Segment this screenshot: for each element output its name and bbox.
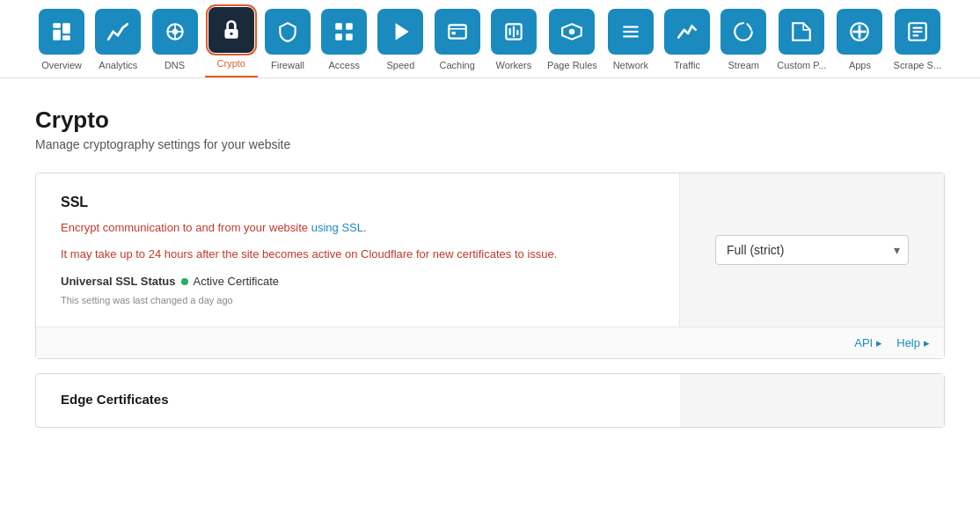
edge-certificates-card: Edge Certificates <box>35 373 945 428</box>
help-arrow-icon: ▸ <box>924 336 930 349</box>
firewall-label: Firewall <box>271 60 304 70</box>
stream-icon-box <box>720 9 766 55</box>
network-icon-box <box>608 9 654 55</box>
nav-item-analytics[interactable]: Analytics <box>91 9 144 77</box>
ssl-status-row: Universal SSL Status Active Certificate <box>61 275 655 288</box>
ssl-title: SSL <box>61 195 655 210</box>
nav-item-custompages[interactable]: Custom P... <box>773 9 830 77</box>
ssl-mode-select[interactable]: Off Flexible Full Full (strict) <box>715 235 909 265</box>
ssl-card-footer: API ▸ Help ▸ <box>36 327 944 358</box>
caching-label: Caching <box>439 60 474 70</box>
crypto-icon-box <box>208 7 254 53</box>
svg-rect-3 <box>62 35 70 40</box>
scrape-label: Scrape S... <box>894 60 941 70</box>
stream-label: Stream <box>728 60 759 70</box>
analytics-label: Analytics <box>99 60 137 70</box>
nav-item-stream[interactable]: Stream <box>717 9 770 77</box>
firewall-icon-box <box>265 9 311 55</box>
nav-item-apps[interactable]: Apps <box>833 9 886 77</box>
nav-item-access[interactable]: Access <box>318 9 370 77</box>
ssl-status-dot <box>181 278 188 285</box>
traffic-icon-box <box>664 9 710 55</box>
ssl-status-value: Active Certificate <box>194 275 280 288</box>
nav-item-overview[interactable]: Overview <box>35 9 88 77</box>
nav-item-network[interactable]: Network <box>604 9 657 77</box>
top-navigation: Overview Analytics DNS Crypto Firewall A… <box>0 0 980 78</box>
svg-rect-2 <box>62 23 70 33</box>
edge-cert-left: Edge Certificates <box>36 374 680 427</box>
ssl-link[interactable]: using SSL <box>311 221 363 234</box>
access-icon-box <box>321 9 367 55</box>
speed-icon-box <box>377 9 423 55</box>
ssl-desc-suffix: . <box>363 221 367 234</box>
analytics-icon-box <box>95 9 141 55</box>
nav-item-firewall[interactable]: Firewall <box>261 9 314 77</box>
ssl-dropdown-wrapper[interactable]: Off Flexible Full Full (strict) ▾ <box>715 235 909 265</box>
nav-item-speed[interactable]: Speed <box>374 9 427 77</box>
ssl-help-link[interactable]: Help ▸ <box>896 336 930 349</box>
svg-rect-11 <box>346 23 353 30</box>
nav-item-scrape[interactable]: Scrape S... <box>890 9 945 77</box>
traffic-label: Traffic <box>674 60 700 70</box>
caching-icon-box <box>435 9 480 55</box>
nav-item-traffic[interactable]: Traffic <box>661 9 713 77</box>
nav-item-caching[interactable]: Caching <box>431 9 484 77</box>
custompages-icon-box <box>779 9 824 55</box>
workers-icon-box <box>491 9 537 55</box>
api-arrow-icon: ▸ <box>876 336 882 349</box>
edge-cert-title: Edge Certificates <box>61 392 655 407</box>
crypto-label: Crypto <box>217 58 245 69</box>
ssl-status-label: Universal SSL Status <box>61 275 176 288</box>
edge-cert-right <box>680 374 944 427</box>
custompages-label: Custom P... <box>777 60 826 70</box>
ssl-warning: It may take up to 24 hours after the sit… <box>61 246 655 263</box>
apps-label: Apps <box>849 60 871 70</box>
nav-item-workers[interactable]: Workers <box>487 9 540 77</box>
svg-rect-1 <box>53 30 61 40</box>
ssl-timestamp: This setting was last changed a day ago <box>61 295 655 305</box>
ssl-card-right: Off Flexible Full Full (strict) ▾ <box>680 173 944 327</box>
svg-rect-17 <box>451 32 455 34</box>
svg-point-9 <box>230 33 232 35</box>
svg-rect-10 <box>335 23 342 30</box>
main-content: Crypto Manage cryptography settings for … <box>0 78 980 456</box>
ssl-card: SSL Encrypt communication to and from yo… <box>35 173 945 359</box>
ssl-description: Encrypt communication to and from your w… <box>61 219 655 237</box>
dns-label: DNS <box>165 60 185 70</box>
network-label: Network <box>613 60 648 70</box>
speed-label: Speed <box>387 60 415 70</box>
access-label: Access <box>328 60 359 70</box>
nav-item-pagerules[interactable]: Page Rules <box>544 9 601 77</box>
ssl-api-link[interactable]: API ▸ <box>854 336 882 349</box>
workers-label: Workers <box>495 60 531 70</box>
overview-label: Overview <box>41 60 82 70</box>
svg-rect-15 <box>449 25 466 38</box>
ssl-card-left: SSL Encrypt communication to and from yo… <box>36 173 680 327</box>
scrape-icon-box <box>895 9 940 55</box>
apps-icon-box <box>837 9 882 55</box>
page-title: Crypto <box>35 107 945 134</box>
page-subtitle: Manage cryptography settings for your we… <box>35 137 945 151</box>
pagerules-label: Page Rules <box>547 60 597 70</box>
ssl-desc-prefix: Encrypt communication to and from your w… <box>61 221 311 234</box>
nav-item-crypto[interactable]: Crypto <box>205 7 258 77</box>
svg-point-20 <box>569 29 575 35</box>
svg-marker-14 <box>396 23 409 40</box>
overview-icon-box <box>39 9 84 55</box>
nav-item-dns[interactable]: DNS <box>148 9 201 77</box>
svg-rect-12 <box>335 33 342 40</box>
dns-icon-box <box>152 9 198 55</box>
pagerules-icon-box <box>549 9 595 55</box>
svg-rect-13 <box>346 33 353 40</box>
svg-rect-0 <box>53 23 61 27</box>
